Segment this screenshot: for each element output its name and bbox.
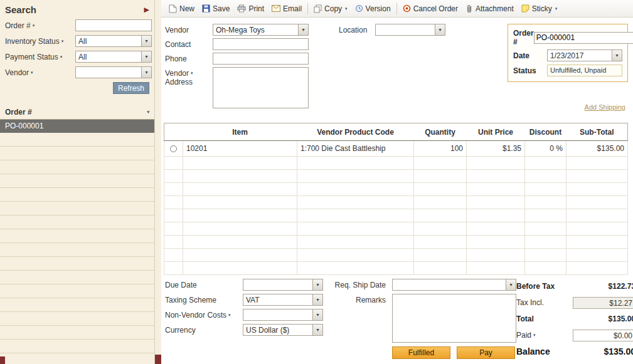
unit-price-cell[interactable]: $1.35 <box>467 141 525 157</box>
item-cell[interactable]: 10201 <box>183 141 297 157</box>
payment-status-combo[interactable]: All▾ <box>75 51 152 63</box>
collapse-sidebar-icon[interactable]: ▶ <box>144 6 149 14</box>
filter-payment-status: Payment Status▾ All▾ <box>5 51 152 63</box>
inventory-status-combo[interactable]: All▾ <box>75 35 152 47</box>
before-tax-value: $122.73 <box>609 282 633 291</box>
chevron-down-icon[interactable]: ▾ <box>312 279 322 290</box>
pay-button[interactable]: Pay <box>457 346 515 359</box>
location-combo[interactable]: ▾ <box>375 24 445 36</box>
status-field: Unfulfilled, Unpaid <box>547 65 622 76</box>
remarks-textarea[interactable] <box>392 294 516 343</box>
order-list-empty-row[interactable] <box>0 284 154 298</box>
order-number-filter-input[interactable] <box>75 19 152 31</box>
fulfilled-button[interactable]: Fulfilled <box>392 346 450 359</box>
sidebar-splitter[interactable] <box>155 0 161 364</box>
row-select-radio[interactable] <box>170 145 177 152</box>
chevron-down-icon[interactable]: ▾ <box>506 279 516 290</box>
currency-label: Currency <box>165 324 243 336</box>
order-list-empty-row[interactable] <box>0 160 154 174</box>
filter-inventory-status: Inventory Status▾ All▾ <box>5 35 152 47</box>
order-list-empty-row[interactable] <box>0 340 154 353</box>
order-list: PO-000001 <box>0 120 154 364</box>
version-button[interactable]: Version <box>351 3 395 15</box>
cancel-order-button[interactable]: Cancel Order <box>399 3 462 15</box>
chevron-down-icon[interactable]: ▾ <box>61 39 64 43</box>
sub-total-cell: $135.00 <box>567 141 628 157</box>
splitter-handle[interactable] <box>155 355 161 364</box>
currency-combo[interactable]: US Dollar ($)▾ <box>243 324 323 336</box>
date-combo[interactable]: 1/23/2017▾ <box>547 49 622 61</box>
order-list-empty-row[interactable] <box>0 326 154 340</box>
chevron-down-icon[interactable]: ▾ <box>298 24 308 35</box>
order-list-empty-row[interactable] <box>0 216 154 229</box>
order-list-header[interactable]: Order # ▾ <box>0 105 154 120</box>
taxing-scheme-combo[interactable]: VAT▾ <box>243 294 323 306</box>
refresh-button[interactable]: Refresh <box>113 82 149 94</box>
chevron-down-icon[interactable]: ▾ <box>345 6 348 11</box>
add-shipping-link[interactable]: Add Shipping <box>585 103 625 111</box>
date-label: Date <box>513 51 547 60</box>
print-button[interactable]: Print <box>233 3 268 15</box>
chevron-down-icon[interactable]: ▾ <box>147 110 149 115</box>
item-row-empty <box>164 236 628 249</box>
save-button[interactable]: Save <box>198 3 233 15</box>
vendor-combo[interactable]: Oh-Mega Toys▾ <box>213 24 309 36</box>
chevron-down-icon[interactable]: ▾ <box>533 333 536 337</box>
quantity-cell[interactable]: 100 <box>414 141 467 157</box>
order-list-item-selected[interactable]: PO-000001 <box>0 120 154 133</box>
chevron-down-icon[interactable]: ▾ <box>31 70 33 75</box>
chevron-down-icon[interactable]: ▾ <box>60 55 63 59</box>
copy-button[interactable]: Copy ▾ <box>310 3 351 15</box>
order-list-empty-row[interactable] <box>0 298 154 312</box>
order-list-empty-row[interactable] <box>0 257 154 271</box>
order-list-empty-row[interactable] <box>0 133 154 147</box>
chevron-down-icon[interactable]: ▾ <box>141 51 151 62</box>
main-panel: New Save Print Email Copy ▾ Ve <box>161 0 633 364</box>
due-date-combo[interactable]: ▾ <box>243 279 323 291</box>
search-filters: Order #▾ Inventory Status▾ All▾ Payment … <box>0 17 154 94</box>
chevron-down-icon[interactable]: ▾ <box>141 36 151 46</box>
order-list-empty-row[interactable] <box>0 243 154 257</box>
chevron-down-icon[interactable]: ▾ <box>312 309 322 320</box>
order-list-empty-row[interactable] <box>0 229 154 243</box>
order-list-empty-row[interactable] <box>0 312 154 326</box>
print-icon <box>237 4 246 13</box>
chevron-down-icon[interactable]: ▾ <box>141 67 151 78</box>
paid-field[interactable]: $0.00 <box>573 330 633 341</box>
chevron-down-icon[interactable]: ▾ <box>33 23 35 28</box>
toolbar-separator <box>307 3 308 14</box>
chevron-down-icon[interactable]: ▾ <box>191 71 193 75</box>
contact-input[interactable] <box>213 38 309 50</box>
email-button[interactable]: Email <box>268 3 306 15</box>
items-table-body: 10201 1:700 Die Cast Battleship 100 $1.3… <box>164 141 628 275</box>
attachment-button[interactable]: Attachment <box>462 3 518 15</box>
non-vendor-costs-combo[interactable]: ▾ <box>243 309 323 321</box>
vendor-filter-combo[interactable]: ▾ <box>75 66 152 78</box>
new-button[interactable]: New <box>165 3 198 15</box>
sticky-button[interactable]: Sticky ▾ <box>518 3 561 15</box>
order-list-empty-row[interactable] <box>0 202 154 216</box>
chevron-down-icon[interactable]: ▾ <box>228 313 231 317</box>
order-list-empty-row[interactable] <box>0 174 154 188</box>
col-item: Item <box>183 123 297 141</box>
chevron-down-icon[interactable]: ▾ <box>435 24 445 35</box>
phone-input[interactable] <box>213 53 309 65</box>
totals-panel: Before Tax $122.73 Tax Incl. $12.27 Tota… <box>516 279 633 364</box>
balance-value: $135.00 <box>604 346 633 356</box>
chevron-down-icon[interactable]: ▾ <box>312 294 322 305</box>
status-label: Status <box>513 66 547 75</box>
chevron-down-icon[interactable]: ▾ <box>312 325 322 335</box>
order-number-field[interactable] <box>534 32 633 44</box>
balance-label: Balance <box>516 346 550 356</box>
discount-cell[interactable]: 0 % <box>525 141 567 157</box>
chevron-down-icon[interactable]: ▾ <box>612 50 622 61</box>
vendor-product-code-cell[interactable]: 1:700 Die Cast Battleship <box>297 141 414 157</box>
req-ship-date-label: Req. Ship Date <box>334 279 386 291</box>
order-list-empty-row[interactable] <box>0 271 154 284</box>
req-ship-date-combo[interactable]: ▾ <box>392 279 516 291</box>
order-list-empty-row[interactable] <box>0 147 154 160</box>
vendor-address-textarea[interactable] <box>213 67 309 108</box>
order-list-empty-row[interactable] <box>0 188 154 202</box>
chevron-down-icon[interactable]: ▾ <box>555 6 558 11</box>
scroll-corner <box>0 356 5 364</box>
